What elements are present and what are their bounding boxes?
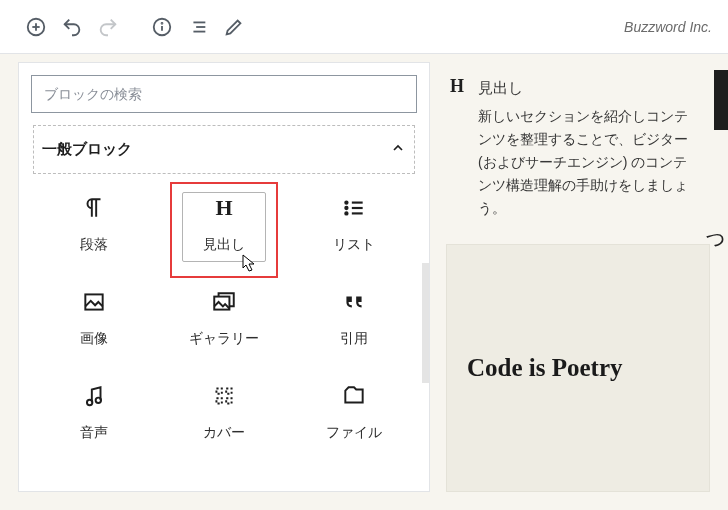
brand-text: Buzzword Inc. [624, 19, 712, 35]
svg-point-18 [96, 398, 101, 403]
block-list[interactable]: リスト [289, 194, 419, 254]
block-label: カバー [203, 424, 245, 442]
block-file[interactable]: ファイル [289, 382, 419, 442]
svg-point-11 [345, 212, 347, 214]
heading-icon: H [215, 194, 232, 222]
gallery-icon [211, 288, 237, 316]
block-label: 段落 [80, 236, 108, 254]
block-label: 音声 [80, 424, 108, 442]
heading-content: Code is Poetry [467, 354, 623, 382]
svg-rect-15 [85, 294, 102, 309]
block-heading[interactable]: H 見出し [159, 194, 289, 254]
scrollbar[interactable] [422, 263, 429, 383]
svg-point-9 [345, 202, 347, 204]
block-label: ファイル [326, 424, 382, 442]
block-paragraph[interactable]: 段落 [29, 194, 159, 254]
block-audio[interactable]: 音声 [29, 382, 159, 442]
block-gallery[interactable]: ギャラリー [159, 288, 289, 348]
svg-point-5 [162, 22, 163, 23]
cover-icon [211, 382, 237, 410]
quote-icon [341, 288, 367, 316]
block-label: 見出し [203, 236, 245, 254]
audio-icon [81, 382, 107, 410]
info-button[interactable] [144, 9, 180, 45]
general-blocks-section[interactable]: 一般ブロック [33, 125, 415, 174]
block-image[interactable]: 画像 [29, 288, 159, 348]
undo-button[interactable] [54, 9, 90, 45]
block-label: ギャラリー [189, 330, 259, 348]
chevron-up-icon [390, 140, 406, 159]
block-label: リスト [333, 236, 375, 254]
add-block-button[interactable] [18, 9, 54, 45]
block-label: 画像 [80, 330, 108, 348]
hint-title: 見出し [478, 76, 700, 101]
svg-point-17 [87, 400, 92, 405]
section-title: 一般ブロック [42, 140, 132, 159]
image-icon [81, 288, 107, 316]
right-side: H 見出し 新しいセクションを紹介しコンテンツを整理することで、ビジター (およ… [440, 54, 728, 510]
block-search-input[interactable] [31, 75, 417, 113]
hint-desc: 新しいセクションを紹介しコンテンツを整理することで、ビジター (およびサーチエン… [478, 105, 700, 220]
edit-button[interactable] [216, 9, 252, 45]
block-label: 引用 [340, 330, 368, 348]
editor-toolbar: Buzzword Inc. [0, 0, 728, 54]
list-icon [341, 194, 367, 222]
cursor-icon [242, 254, 258, 274]
block-hint: H 見出し 新しいセクションを紹介しコンテンツを整理することで、ビジター (およ… [446, 72, 710, 220]
outline-button[interactable] [180, 9, 216, 45]
heading-icon: H [450, 76, 464, 220]
block-quote[interactable]: 引用 [289, 288, 419, 348]
heading-block-preview[interactable]: Code is Poetry [446, 244, 710, 492]
redo-button[interactable] [90, 9, 126, 45]
paragraph-icon [81, 194, 107, 222]
block-cover[interactable]: カバー [159, 382, 289, 442]
file-icon [341, 382, 367, 410]
svg-point-10 [345, 207, 347, 209]
block-inserter-panel: 一般ブロック 段落 H 見出し [18, 62, 430, 492]
